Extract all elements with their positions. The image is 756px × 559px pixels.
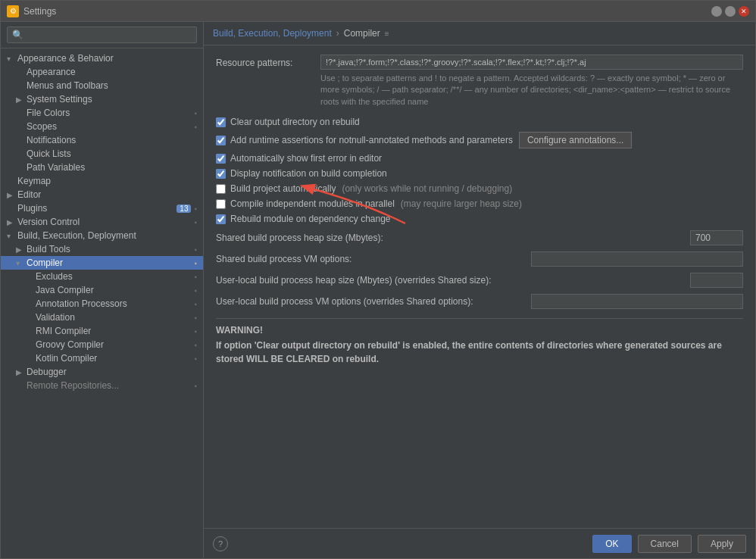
- resource-patterns-wrap: Use ; to separate patterns and ! to nega…: [320, 55, 743, 108]
- ext-icon: ▪: [194, 123, 197, 131]
- warning-title: WARNING!: [216, 325, 743, 336]
- configure-annotations-button[interactable]: Configure annotations...: [519, 132, 632, 148]
- checkbox-clear-output: Clear output directory on rebuild: [216, 117, 743, 127]
- sidebar-item-keymap[interactable]: Keymap: [1, 174, 203, 188]
- ext-icon: ▪: [194, 205, 197, 213]
- sidebar-item-notifications[interactable]: Notifications: [1, 133, 203, 147]
- shared-vm-input[interactable]: [531, 251, 743, 267]
- field-shared-heap: Shared build process heap size (Mbytes):: [216, 230, 743, 245]
- sidebar-item-label: Path Variables: [27, 162, 197, 173]
- sidebar-item-appearance-behavior[interactable]: ▾ Appearance & Behavior: [1, 52, 203, 65]
- build-auto-label: Build project automatically: [230, 183, 336, 194]
- ext-icon: ▪: [194, 300, 197, 308]
- sidebar-item-scopes[interactable]: Scopes ▪: [1, 120, 203, 133]
- warning-text: If option 'Clear output directory on reb…: [216, 339, 743, 366]
- sidebar-item-menus-toolbars[interactable]: Menus and Toolbars: [1, 79, 203, 92]
- ok-button[interactable]: OK: [592, 535, 631, 553]
- sidebar-item-label: Remote Repositories...: [27, 380, 191, 391]
- resource-patterns-label: Resource patterns:: [216, 55, 314, 68]
- close-button[interactable]: ✕: [739, 6, 749, 17]
- cancel-button[interactable]: Cancel: [638, 535, 692, 553]
- sidebar-item-label: Menus and Toolbars: [27, 80, 197, 91]
- sidebar-item-label: Annotation Processors: [36, 298, 191, 309]
- sidebar-item-debugger[interactable]: ▶ Debugger: [1, 365, 203, 379]
- user-vm-input[interactable]: [531, 294, 743, 309]
- checkbox-auto-show: Automatically show first error in editor: [216, 153, 743, 164]
- apply-button[interactable]: Apply: [698, 535, 746, 553]
- ext-icon: ▪: [194, 327, 197, 336]
- sidebar-item-groovy-compiler[interactable]: Groovy Compiler ▪: [1, 338, 203, 351]
- sidebar-item-java-compiler[interactable]: Java Compiler ▪: [1, 283, 203, 297]
- shared-heap-input[interactable]: [690, 230, 743, 245]
- resource-patterns-hint: Use ; to separate patterns and ! to nega…: [320, 73, 743, 108]
- shared-vm-label: Shared build process VM options:: [216, 254, 531, 264]
- sidebar-item-path-variables[interactable]: Path Variables: [1, 161, 203, 174]
- warning-section: WARNING! If option 'Clear output directo…: [216, 318, 743, 372]
- sidebar-item-version-control[interactable]: ▶ Version Control ▪: [1, 215, 203, 229]
- sidebar-item-build-tools[interactable]: ▶ Build Tools ▪: [1, 242, 203, 256]
- sidebar-item-file-colors[interactable]: File Colors ▪: [1, 106, 203, 120]
- sidebar-item-remote-repo[interactable]: Remote Repositories... ▪: [1, 379, 203, 392]
- sidebar-item-plugins[interactable]: Plugins 13 ▪: [1, 201, 203, 215]
- sidebar-item-rmi-compiler[interactable]: RMI Compiler ▪: [1, 324, 203, 338]
- sidebar-item-annotation-processors[interactable]: Annotation Processors ▪: [1, 297, 203, 311]
- sidebar-item-label: Keymap: [17, 176, 197, 186]
- ext-icon: ▪: [194, 286, 197, 295]
- sidebar-item-label: Validation: [36, 312, 191, 323]
- sidebar-item-excludes[interactable]: Excludes ▪: [1, 270, 203, 283]
- minimize-button[interactable]: [711, 6, 722, 17]
- auto-show-error-checkbox[interactable]: [216, 154, 226, 164]
- clear-output-checkbox[interactable]: [216, 117, 226, 127]
- sidebar-item-compiler[interactable]: ▾ Compiler ▪: [1, 256, 203, 270]
- ext-icon: ▪: [194, 354, 197, 363]
- user-heap-input[interactable]: [690, 273, 743, 288]
- sidebar-item-editor[interactable]: ▶ Editor: [1, 188, 203, 201]
- display-notification-checkbox[interactable]: [216, 169, 226, 179]
- sidebar-item-appearance[interactable]: Appearance: [1, 65, 203, 79]
- checkbox-compile-parallel: Compile independent modules in parallel …: [216, 198, 743, 209]
- compile-parallel-checkbox[interactable]: [216, 199, 226, 209]
- sidebar-item-quick-lists[interactable]: Quick Lists: [1, 147, 203, 161]
- sidebar-item-label: Java Compiler: [36, 285, 191, 295]
- sidebar-item-label: Version Control: [17, 217, 191, 227]
- app-icon: ⚙: [7, 5, 19, 17]
- build-auto-hint: (only works while not running / debuggin…: [342, 183, 512, 194]
- sidebar-tree: ▾ Appearance & Behavior Appearance Menus…: [1, 48, 203, 558]
- sidebar-item-label: Quick Lists: [27, 148, 197, 159]
- arrow-icon: ▾: [16, 259, 25, 267]
- compile-parallel-hint: (may require larger heap size): [401, 198, 522, 209]
- ext-icon: ▪: [194, 109, 197, 117]
- sidebar-item-label: Debugger: [27, 367, 197, 377]
- maximize-button[interactable]: [725, 6, 736, 17]
- ext-icon: ▪: [194, 259, 197, 267]
- sidebar-item-build-execution-deployment[interactable]: ▾ Build, Execution, Deployment: [1, 229, 203, 242]
- main-content: ▾ Appearance & Behavior Appearance Menus…: [1, 22, 755, 558]
- breadcrumb: Build, Execution, Deployment › Compiler …: [204, 22, 755, 45]
- sidebar-item-label: Editor: [17, 189, 197, 200]
- rebuild-module-checkbox[interactable]: [216, 214, 226, 224]
- sidebar-item-kotlin-compiler[interactable]: Kotlin Compiler ▪: [1, 351, 203, 365]
- sidebar-item-label: Appearance & Behavior: [17, 53, 197, 64]
- search-input[interactable]: [7, 27, 197, 43]
- search-box[interactable]: [1, 22, 203, 48]
- breadcrumb-current: Compiler: [344, 28, 380, 39]
- sidebar-item-validation[interactable]: Validation ▪: [1, 311, 203, 324]
- sidebar-item-label: System Settings: [27, 94, 197, 105]
- sidebar-item-label: Appearance: [27, 67, 197, 77]
- breadcrumb-link-build[interactable]: Build, Execution, Deployment: [213, 28, 332, 39]
- add-runtime-checkbox[interactable]: [216, 136, 226, 145]
- sidebar-item-label: Excludes: [36, 271, 191, 282]
- help-button[interactable]: ?: [213, 536, 228, 551]
- build-auto-checkbox[interactable]: [216, 184, 226, 194]
- auto-show-error-label: Automatically show first error in editor: [230, 153, 382, 164]
- sidebar-item-label: RMI Compiler: [36, 326, 191, 336]
- field-user-heap: User-local build process heap size (Mbyt…: [216, 273, 743, 288]
- sidebar-item-system-settings[interactable]: ▶ System Settings: [1, 92, 203, 106]
- panel-content: Resource patterns: Use ; to separate pat…: [204, 45, 755, 528]
- display-notification-label: Display notification on build completion: [230, 168, 387, 179]
- ext-icon: ▪: [194, 273, 197, 281]
- resource-patterns-input[interactable]: [320, 55, 743, 70]
- clear-output-label: Clear output directory on rebuild: [230, 117, 360, 127]
- window-title: Settings: [23, 6, 711, 17]
- sidebar: ▾ Appearance & Behavior Appearance Menus…: [1, 22, 204, 558]
